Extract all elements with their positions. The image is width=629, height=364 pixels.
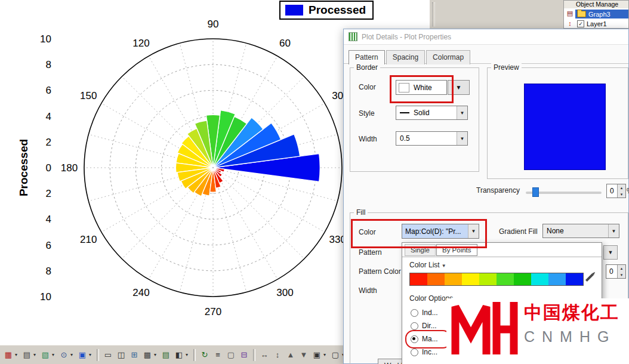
plot-type-icon[interactable]: ▧: [39, 349, 51, 361]
layer-manager-icon[interactable]: ▤: [566, 9, 575, 18]
chevron-down-icon[interactable]: ▼: [468, 224, 479, 238]
white-color-swatch: [399, 83, 409, 92]
solid-line-icon: [400, 112, 409, 113]
angular-tick-label: 180: [61, 162, 78, 174]
palette-color-swatch[interactable]: [514, 273, 531, 285]
radial-tick-label: 10: [40, 33, 51, 45]
border-style-combo[interactable]: Solid ▼: [396, 106, 468, 120]
bring-front-icon[interactable]: ▲: [285, 349, 297, 361]
palette-color-swatch[interactable]: [462, 273, 479, 285]
spin-down-icon[interactable]: ▼: [618, 272, 625, 278]
palette-color-swatch[interactable]: [410, 273, 427, 285]
edit-pencil-icon[interactable]: [585, 273, 594, 282]
spin-up-icon[interactable]: ▲: [618, 184, 625, 191]
resize-horizontal-icon[interactable]: ↔: [258, 349, 270, 361]
object-manager-title: Object Manage: [564, 1, 628, 8]
layout-icon[interactable]: ◧: [173, 349, 185, 361]
tree-item-graph3[interactable]: Graph3: [575, 10, 629, 18]
palette-color-swatch[interactable]: [497, 273, 514, 285]
transparency-slider-handle[interactable]: [532, 187, 539, 197]
chevron-down-icon[interactable]: ▾: [186, 352, 190, 357]
palette-color-swatch[interactable]: [548, 273, 566, 285]
pattern-combo-arrow[interactable]: ▼: [603, 245, 618, 260]
tab-pattern[interactable]: Pattern: [349, 50, 385, 64]
chevron-down-icon[interactable]: ▼: [457, 132, 467, 145]
chevron-down-icon[interactable]: ▾: [154, 352, 159, 357]
chevron-down-icon[interactable]: ▾: [33, 352, 38, 357]
group-objects-icon[interactable]: ▣: [311, 349, 323, 361]
radial-tick-label: 8: [46, 59, 51, 70]
palette-color-swatch[interactable]: [479, 273, 497, 285]
radio-icon[interactable]: [411, 322, 418, 330]
tab-colormap[interactable]: Colormap: [426, 50, 470, 64]
fill-color-combo[interactable]: Map:Col(D): "Pr... ▼: [402, 224, 479, 239]
fill-color-icon[interactable]: ▣: [76, 349, 88, 361]
radio-icon[interactable]: [411, 309, 418, 317]
font-color-icon[interactable]: ▦: [2, 349, 14, 361]
matrix-icon[interactable]: ▩: [141, 349, 153, 361]
popup-tab-by-points[interactable]: By Points: [436, 244, 477, 256]
popup-tab-single[interactable]: Single: [405, 244, 436, 256]
fill-width-value: 0: [606, 265, 617, 278]
lock-scale-icon[interactable]: ⊟: [238, 349, 250, 361]
spinner-buttons[interactable]: ▲▼: [617, 265, 625, 278]
border-width-combo[interactable]: 0.5 ▼: [396, 131, 468, 146]
palette-color-swatch[interactable]: [566, 273, 583, 285]
transparency-spinner[interactable]: 0 ▲▼: [606, 184, 626, 198]
chevron-down-icon[interactable]: ▾: [323, 352, 328, 357]
new-table-icon[interactable]: ⊞: [128, 349, 140, 361]
tab-spacing[interactable]: Spacing: [386, 50, 425, 64]
dialog-titlebar[interactable]: Plot Details - Plot Properties: [344, 29, 628, 45]
chevron-down-icon[interactable]: ▾: [70, 352, 75, 357]
chevron-down-icon[interactable]: ▼: [457, 106, 467, 119]
checkbox-icon[interactable]: ✓: [577, 20, 584, 27]
toolbar-separator: [97, 349, 99, 361]
line-style-icon[interactable]: ▤: [21, 349, 33, 361]
object-manager-panel: Object Manage ▤↕ Graph3 ✓ Layer1: [563, 0, 629, 29]
popup-tab-divider: [402, 257, 602, 257]
radial-tick-label: 4: [46, 214, 51, 225]
zoom-tool-icon[interactable]: ⊙: [58, 349, 70, 361]
chevron-down-icon[interactable]: ▾: [15, 352, 20, 357]
color-list-dropdown[interactable]: Color List▼: [409, 261, 446, 269]
radial-tick-label: 2: [46, 188, 51, 199]
duplicate-window-icon[interactable]: ◫: [115, 349, 127, 361]
palette-color-swatch[interactable]: [531, 273, 548, 285]
chevron-down-icon[interactable]: ▾: [52, 352, 57, 357]
palette-color-swatch[interactable]: [445, 273, 462, 285]
radial-tick-label: 0: [46, 162, 51, 174]
refresh-icon[interactable]: ↻: [199, 349, 211, 361]
send-back-icon[interactable]: ▼: [298, 349, 310, 361]
snap-grid-icon[interactable]: ▢: [225, 349, 237, 361]
spin-up-icon[interactable]: ▲: [618, 265, 625, 272]
border-style-label: Style: [359, 109, 375, 118]
chevron-down-icon[interactable]: ▾: [89, 352, 94, 357]
ungroup-objects-icon[interactable]: ▢: [329, 349, 341, 361]
border-color-label: Color: [359, 83, 376, 91]
radial-tick-label: 2: [46, 137, 51, 148]
script-window-icon[interactable]: ≡: [212, 349, 224, 361]
watermark-cn-text: 中国煤化工: [524, 302, 619, 323]
border-color-combo[interactable]: White: [396, 80, 447, 95]
border-color-dropdown-button[interactable]: ▼: [448, 80, 470, 95]
radio-icon[interactable]: [411, 335, 418, 343]
toolbar-separator: [193, 349, 196, 361]
legend[interactable]: Processed: [279, 1, 374, 20]
worksheet-icon[interactable]: ▤: [160, 349, 172, 361]
gradient-fill-combo[interactable]: None ▼: [542, 224, 619, 238]
radial-tick-label: 8: [46, 266, 51, 277]
angular-tick-label: 210: [80, 234, 97, 245]
new-window-icon[interactable]: ▭: [102, 349, 114, 361]
fill-width-spinner[interactable]: 0 ▲▼: [606, 264, 626, 279]
chevron-down-icon[interactable]: ▼: [608, 224, 619, 237]
tree-item-layer1[interactable]: ✓ Layer1: [575, 19, 609, 28]
palette-color-swatch[interactable]: [427, 273, 445, 285]
angular-tick-label: 240: [132, 287, 149, 298]
spin-down-icon[interactable]: ▼: [618, 191, 625, 198]
spinner-buttons[interactable]: ▲▼: [617, 184, 625, 198]
resize-vertical-icon[interactable]: ↕: [272, 349, 283, 361]
axes-tool-icon[interactable]: ↕: [566, 19, 575, 28]
angular-tick-label: 120: [132, 38, 149, 49]
radio-icon[interactable]: [411, 348, 418, 356]
legend-label: Processed: [309, 4, 366, 17]
